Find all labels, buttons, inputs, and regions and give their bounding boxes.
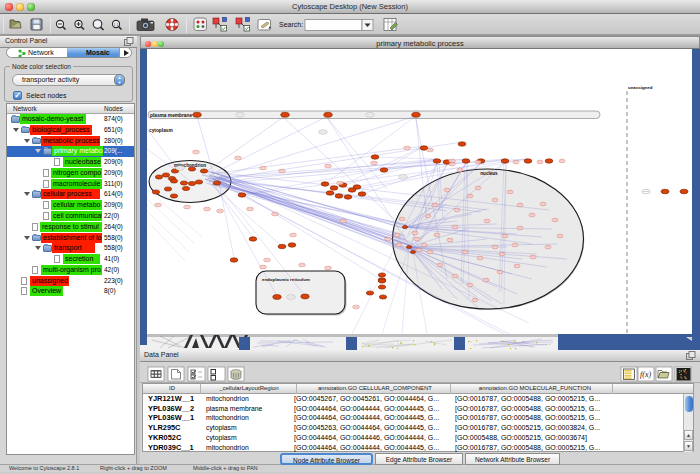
svg-text:f(x): f(x) bbox=[640, 370, 651, 379]
svg-text:unassigned: unassigned bbox=[628, 85, 653, 90]
svg-text:cytoplasm: cytoplasm bbox=[149, 128, 173, 133]
svg-text:plasma membrane: plasma membrane bbox=[150, 113, 192, 118]
svg-text:1:1: 1:1 bbox=[114, 23, 119, 27]
svg-text:endoplasmic reticulum: endoplasmic reticulum bbox=[262, 277, 310, 282]
svg-text:nucleus: nucleus bbox=[480, 171, 498, 176]
svg-text:Search:: Search: bbox=[279, 21, 303, 28]
